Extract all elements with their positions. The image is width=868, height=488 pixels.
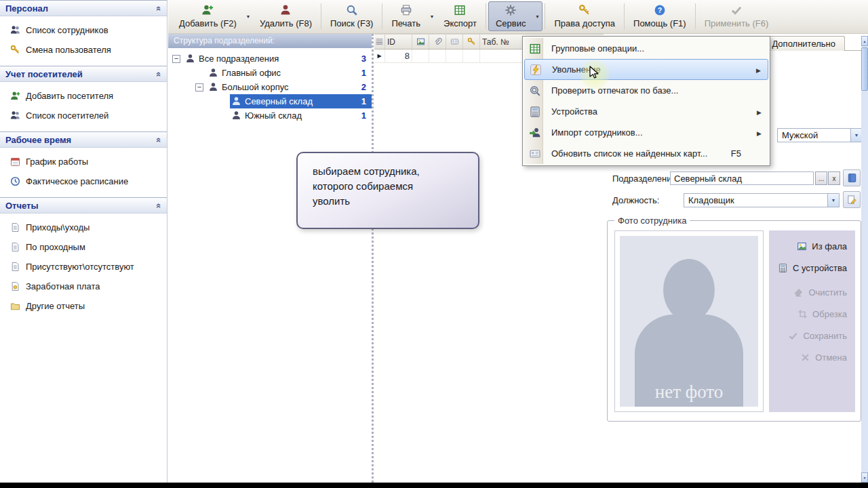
sidebar-item-visitor-list[interactable]: Список посетителей (0, 106, 167, 125)
toolbar-button-label: Экспорт (443, 18, 477, 28)
expander-icon[interactable]: − (195, 83, 203, 92)
tree-node-band[interactable]: Все подразделения 3 (184, 52, 372, 66)
tree-node-band[interactable]: Большой корпус 2 (207, 80, 372, 94)
sidebar-item-label: Приходы\уходы (26, 222, 90, 232)
position-combobox[interactable]: Кладовщик ▼ (684, 193, 840, 207)
department-browse-button[interactable]: ... (815, 171, 827, 185)
chevron-right-icon: ▶ (757, 109, 762, 116)
add-dropdown-arrow[interactable]: ▼ (243, 1, 253, 31)
collapse-chevron-icon[interactable]: « (154, 5, 164, 10)
tree-node-band-selected[interactable]: Северный склад 1 (230, 94, 372, 108)
annotation-callout: выбираем сотрудника, которого собираемся… (296, 152, 479, 229)
menu-item-label: Устройства (551, 106, 597, 117)
document-icon (10, 242, 20, 252)
grid-column-photo[interactable] (412, 35, 429, 49)
position-edit-button[interactable] (843, 191, 861, 208)
menu-item-refresh-cards[interactable]: Обновить список не найденных карт... F5 (524, 143, 768, 164)
menu-item-devices[interactable]: Устройства ▶ (524, 101, 768, 122)
grid-column-key[interactable] (463, 35, 480, 49)
folder-report-icon (10, 301, 20, 311)
department-clear-button[interactable]: x (828, 171, 840, 185)
print-dropdown-arrow[interactable]: ▼ (427, 1, 437, 31)
sidebar-section-worktime-items: График работы Фактическое расписание (0, 148, 167, 197)
sidebar-item-actual-timetable[interactable]: Фактическое расписание (0, 171, 167, 191)
silhouette-head (663, 259, 715, 321)
toolbar-service-button[interactable]: Сервис (489, 2, 533, 30)
sidebar-section-personnel-header[interactable]: Персонал « (0, 0, 167, 16)
sidebar-item-label: Список посетителей (26, 110, 108, 121)
expander-icon[interactable]: − (172, 55, 180, 63)
gender-combobox[interactable]: Мужской ▼ (777, 128, 863, 142)
position-dropdown-button[interactable]: ▼ (827, 194, 839, 207)
grid-column-attachment[interactable] (429, 35, 446, 49)
sidebar-item-change-user[interactable]: Смена пользователя (0, 40, 167, 60)
toolbar-access-rights-button[interactable]: Права доступа (547, 1, 622, 31)
toolbar-separator (321, 3, 321, 29)
sidebar-item-by-checkpoints[interactable]: По проходным (0, 237, 167, 257)
collapse-chevron-icon[interactable]: « (154, 137, 164, 142)
tree-node-band[interactable]: Главный офис 1 (207, 66, 372, 80)
node-count-badge: 1 (361, 110, 366, 121)
toolbar-print-button[interactable]: Печать (384, 1, 427, 31)
toolbar-delete-button[interactable]: Удалить (F8) (253, 1, 319, 31)
scrollbar-thumb[interactable] (861, 47, 868, 91)
document-icon (10, 222, 20, 232)
app-window: ? (0, 0, 868, 488)
photo-button-label: Сохранить (803, 331, 847, 341)
department-structure-button[interactable] (843, 169, 861, 186)
sidebar-item-arrivals-departures[interactable]: Приходы\уходы (0, 218, 167, 237)
sidebar-item-label: Заработная плата (26, 281, 100, 291)
menu-item-check-fingerprint[interactable]: Проверить отпечаток по базе... (524, 80, 768, 101)
grid-column-card[interactable] (446, 35, 463, 49)
sidebar-item-add-visitor[interactable]: Добавить посетителя (0, 86, 167, 106)
crop-icon (797, 309, 808, 319)
toolbar-button-label: Печать (391, 18, 420, 28)
gear-icon (505, 4, 517, 16)
menu-item-label: Групповые операции... (551, 43, 644, 54)
department-field[interactable]: Северный склад (670, 171, 814, 185)
collapse-chevron-icon[interactable]: « (154, 71, 164, 76)
toolbar-add-button[interactable]: Добавить (F2) (172, 1, 243, 31)
service-dropdown-arrow[interactable]: ▼ (532, 2, 542, 30)
collapse-chevron-icon[interactable]: « (154, 203, 164, 207)
tree-node-big-building[interactable]: − Большой корпус 2 (168, 80, 372, 94)
sidebar-section-worktime-header[interactable]: Рабочее время « (0, 131, 167, 148)
tree-node-main-office[interactable]: Главный офис 1 (168, 66, 372, 80)
gender-dropdown-button[interactable]: ▼ (850, 129, 862, 142)
grid-column-id[interactable]: ID (385, 35, 412, 49)
people-icon (10, 110, 20, 121)
sidebar: Персонал « Список сотрудников Смена поль… (0, 0, 167, 483)
sidebar-item-label: По проходным (26, 242, 85, 252)
tab-additional[interactable]: Дополнительно (762, 36, 845, 51)
scroll-up-button[interactable]: ▲ (861, 36, 868, 46)
toolbar-export-button[interactable]: Экспорт (437, 1, 484, 31)
tree-caption: Структура подразделений: (168, 34, 372, 48)
menu-item-import-employees[interactable]: Импорт сотрудников... ▶ (524, 122, 768, 143)
tree-node-band[interactable]: Южный склад 1 (230, 108, 372, 123)
menu-item-group-operations[interactable]: Групповые операции... (524, 38, 768, 59)
department-label: Подразделение: (612, 174, 679, 184)
tree-node-north-warehouse[interactable]: Северный склад 1 (168, 94, 372, 108)
sidebar-item-other-reports[interactable]: Другие отчеты (0, 296, 167, 316)
sidebar-item-label: Добавить посетителя (26, 91, 113, 101)
chevron-down-icon: ▼ (831, 198, 836, 203)
sidebar-item-salary[interactable]: Заработная плата (0, 277, 167, 296)
menu-item-dismissal[interactable]: Увольнение ▶ (524, 59, 768, 80)
scroll-down-button[interactable]: ▼ (861, 472, 868, 483)
sidebar-section-reports-items: Приходы\уходы По проходным Присутствуют\… (0, 214, 167, 322)
photo-from-file-button[interactable]: Из фала (769, 237, 855, 255)
photo-from-device-button[interactable]: С устройства (769, 259, 855, 277)
tree-node-all-departments[interactable]: − Все подразделения 3 (168, 52, 372, 66)
toolbar-help-button[interactable]: Помощь (F1) (627, 1, 693, 31)
sidebar-item-label: Смена пользователя (26, 45, 111, 55)
card-icon (529, 148, 541, 160)
toolbar-search-button[interactable]: Поиск (F3) (323, 1, 380, 31)
sidebar-section-reports-header[interactable]: Отчеты « (0, 197, 167, 214)
vertical-scrollbar[interactable]: ▲ ▼ (861, 36, 868, 483)
sidebar-item-present-absent[interactable]: Присутствуют\отсутствуют (0, 257, 167, 277)
sidebar-item-employee-list[interactable]: Список сотрудников (0, 20, 167, 40)
tree-node-south-warehouse[interactable]: Южный склад 1 (168, 108, 372, 123)
sidebar-section-visitors-header[interactable]: Учет посетителей « (0, 66, 167, 82)
sidebar-item-work-schedule[interactable]: График работы (0, 152, 167, 171)
tree-grid-splitter[interactable] (372, 34, 374, 483)
